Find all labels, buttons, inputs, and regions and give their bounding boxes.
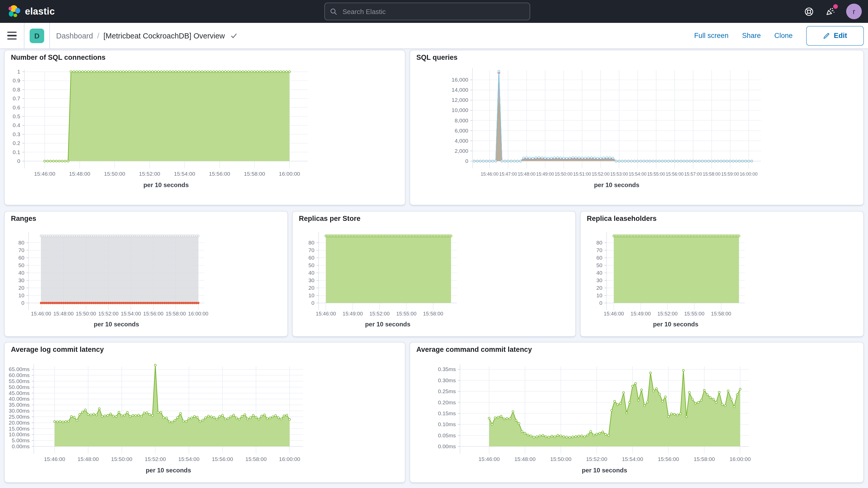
panel-sql-connections: Number of SQL connections 00.10.20.30.40…: [4, 50, 405, 205]
svg-text:0.4: 0.4: [13, 122, 21, 128]
svg-text:15:56:00: 15:56:00: [212, 456, 233, 462]
breadcrumb: Dashboard / [Metricbeat CockroachDB] Ove…: [50, 31, 237, 40]
svg-text:30: 30: [19, 277, 24, 283]
svg-text:16:00:00: 16:00:00: [279, 456, 301, 462]
svg-text:15:52:00: 15:52:00: [592, 172, 610, 177]
svg-text:15:51:00: 15:51:00: [573, 172, 591, 177]
svg-text:0.05ms: 0.05ms: [438, 432, 456, 438]
svg-text:80: 80: [308, 240, 314, 246]
svg-text:70: 70: [596, 247, 602, 253]
elastic-brand[interactable]: elastic: [0, 5, 101, 18]
svg-text:6,000: 6,000: [455, 128, 468, 133]
svg-text:16:00:00: 16:00:00: [730, 456, 751, 462]
svg-text:20: 20: [19, 285, 24, 291]
svg-text:0.20ms: 0.20ms: [438, 399, 456, 405]
svg-text:15:54:00: 15:54:00: [178, 456, 199, 462]
edit-button[interactable]: Edit: [806, 26, 864, 45]
svg-text:0.15ms: 0.15ms: [438, 410, 456, 416]
svg-text:50.00ms: 50.00ms: [8, 384, 30, 390]
replicas-per-store-chart: 0102030405060708015:46:0015:49:0015:52:0…: [292, 212, 577, 337]
space-badge[interactable]: D: [30, 28, 44, 43]
svg-text:4,000: 4,000: [455, 138, 468, 144]
space-initial: D: [34, 31, 39, 40]
svg-text:40.00ms: 40.00ms: [8, 396, 30, 402]
svg-text:15:46:00: 15:46:00: [478, 456, 500, 462]
navbar-right: r: [803, 0, 862, 23]
svg-text:15:59:00: 15:59:00: [721, 172, 739, 177]
panel-replica-leaseholders: Replica leaseholders 0102030405060708015…: [580, 211, 864, 337]
svg-text:0.1: 0.1: [13, 149, 20, 155]
svg-text:15:53:00: 15:53:00: [610, 172, 628, 177]
svg-text:15:55:00: 15:55:00: [647, 172, 665, 177]
svg-text:15:48:00: 15:48:00: [69, 171, 90, 177]
svg-text:per 10 seconds: per 10 seconds: [94, 321, 139, 328]
svg-text:15:48:00: 15:48:00: [53, 311, 73, 316]
svg-text:0.00ms: 0.00ms: [12, 443, 30, 449]
svg-text:70: 70: [308, 247, 314, 253]
avatar-initial: r: [852, 7, 855, 16]
svg-text:16,000: 16,000: [452, 77, 468, 83]
svg-text:0.30ms: 0.30ms: [438, 377, 456, 383]
svg-text:per 10 seconds: per 10 seconds: [365, 321, 411, 328]
svg-text:15:48:00: 15:48:00: [514, 456, 536, 462]
panel-avg-command-commit-latency: Average command commit latency 0.00ms0.0…: [410, 342, 864, 483]
svg-text:45.00ms: 45.00ms: [8, 390, 30, 396]
menu-icon: [7, 31, 17, 40]
svg-text:0.00ms: 0.00ms: [438, 443, 456, 449]
svg-text:15:56:00: 15:56:00: [658, 456, 679, 462]
svg-text:16:00:00: 16:00:00: [740, 172, 758, 177]
help-button[interactable]: [803, 5, 815, 18]
search-icon: [330, 7, 337, 15]
main-menu-button[interactable]: [0, 23, 24, 48]
svg-text:15:54:00: 15:54:00: [629, 172, 647, 177]
svg-text:15:52:00: 15:52:00: [657, 311, 678, 316]
panel-sql-queries: SQL queries 02,0004,0006,0008,00010,0001…: [410, 50, 864, 205]
global-search[interactable]: [324, 3, 530, 20]
clone-button[interactable]: Clone: [774, 32, 793, 39]
title-menu-button[interactable]: [230, 32, 237, 39]
svg-text:0.35ms: 0.35ms: [438, 366, 456, 372]
panel-replicas-per-store: Replicas per Store 0102030405060708015:4…: [292, 211, 576, 337]
svg-text:15:46:00: 15:46:00: [31, 311, 51, 316]
svg-text:0.6: 0.6: [13, 104, 20, 111]
dashboard-toolbar: D Dashboard / [Metricbeat CockroachDB] O…: [0, 23, 868, 48]
check-icon: [230, 32, 237, 39]
svg-text:15:46:00: 15:46:00: [44, 456, 65, 462]
svg-text:30: 30: [308, 277, 314, 283]
svg-text:15:46:00: 15:46:00: [34, 171, 55, 177]
share-button[interactable]: Share: [742, 32, 761, 39]
svg-text:20.00ms: 20.00ms: [8, 420, 30, 426]
breadcrumb-separator: /: [97, 31, 99, 40]
svg-text:2,000: 2,000: [455, 148, 468, 154]
breadcrumb-dashboard-link[interactable]: Dashboard: [56, 31, 93, 40]
svg-text:15:58:00: 15:58:00: [244, 171, 265, 177]
svg-text:15:56:00: 15:56:00: [666, 172, 684, 177]
svg-text:25.00ms: 25.00ms: [8, 414, 30, 420]
svg-text:15:49:00: 15:49:00: [536, 172, 554, 177]
svg-text:0.25ms: 0.25ms: [438, 388, 456, 394]
replica-leaseholders-chart: 0102030405060708015:46:0015:49:0015:52:0…: [581, 212, 864, 337]
edit-label: Edit: [834, 32, 847, 39]
svg-text:35.00ms: 35.00ms: [8, 402, 30, 408]
pencil-icon: [823, 32, 830, 39]
svg-text:0.10ms: 0.10ms: [438, 421, 456, 427]
user-avatar[interactable]: r: [846, 4, 862, 19]
news-button[interactable]: [824, 5, 837, 18]
svg-text:15:56:00: 15:56:00: [209, 171, 230, 177]
svg-text:0.8: 0.8: [13, 87, 20, 92]
svg-text:15:52:00: 15:52:00: [369, 311, 390, 316]
full-screen-button[interactable]: Full screen: [694, 32, 728, 39]
svg-text:15:49:00: 15:49:00: [630, 311, 651, 316]
svg-text:15:50:00: 15:50:00: [550, 456, 571, 462]
search-input[interactable]: [341, 7, 524, 16]
svg-text:15.00ms: 15.00ms: [8, 426, 30, 432]
panel-ranges: Ranges 0102030405060708015:46:0015:48:00…: [4, 211, 288, 337]
svg-text:60.00ms: 60.00ms: [8, 372, 30, 378]
top-navbar: elastic: [0, 0, 868, 23]
svg-text:0.2: 0.2: [13, 140, 20, 146]
avg-log-commit-latency-chart: 0.00ms5.00ms10.00ms15.00ms20.00ms25.00ms…: [5, 342, 406, 483]
svg-text:per 10 seconds: per 10 seconds: [146, 467, 191, 474]
svg-text:15:54:00: 15:54:00: [174, 171, 195, 177]
svg-text:15:58:00: 15:58:00: [245, 456, 267, 462]
svg-text:15:55:00: 15:55:00: [396, 311, 416, 316]
